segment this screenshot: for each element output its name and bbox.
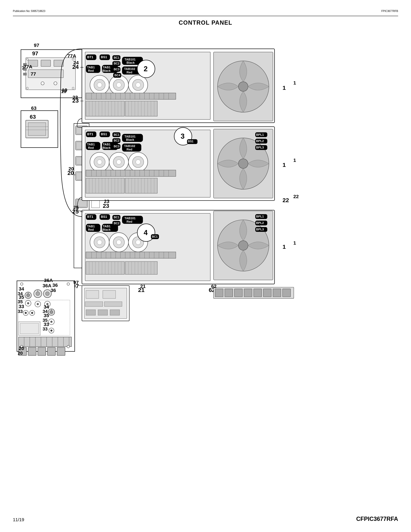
svg-rect-380 bbox=[38, 347, 46, 355]
svg-point-348 bbox=[27, 302, 29, 304]
svg-text:Black: Black bbox=[103, 69, 111, 72]
svg-text:BC1: BC1 bbox=[114, 133, 120, 136]
svg-text:BT1: BT1 bbox=[87, 55, 93, 59]
svg-point-58 bbox=[136, 83, 140, 87]
svg-point-16 bbox=[27, 87, 28, 89]
label-97-bot: 97 bbox=[73, 280, 79, 285]
svg-point-360 bbox=[50, 311, 53, 314]
label-20-bot: 20 bbox=[19, 346, 24, 351]
svg-text:BC1: BC1 bbox=[152, 235, 158, 238]
svg-text:BC2: BC2 bbox=[114, 139, 120, 142]
svg-rect-23 bbox=[28, 123, 46, 136]
svg-text:Red: Red bbox=[88, 228, 94, 231]
svg-text:Black: Black bbox=[126, 138, 134, 141]
footer-date: 11/19 bbox=[13, 517, 24, 522]
svg-point-109 bbox=[238, 82, 248, 91]
publication-info: Publication No: 5995718623 bbox=[13, 10, 45, 13]
svg-point-17 bbox=[72, 87, 74, 89]
svg-point-19 bbox=[54, 82, 57, 85]
label-77: 77 bbox=[31, 71, 36, 77]
label-1-mid: 1 bbox=[293, 158, 296, 163]
svg-text:BC3: BC3 bbox=[114, 68, 120, 71]
svg-text:BPL2: BPL2 bbox=[256, 139, 264, 143]
footer: 11/19 bbox=[13, 517, 24, 522]
svg-text:BS1: BS1 bbox=[188, 140, 193, 143]
label-35-top: 35 bbox=[19, 294, 24, 300]
svg-rect-332 bbox=[273, 289, 281, 297]
svg-text:TAB101: TAB101 bbox=[124, 135, 136, 138]
svg-point-52 bbox=[97, 83, 102, 87]
svg-text:BS1: BS1 bbox=[101, 55, 107, 59]
diagram-area: 97 77A 77A 77 19 bbox=[13, 31, 398, 515]
label-34-top: 34 bbox=[19, 286, 24, 292]
svg-point-165 bbox=[97, 160, 102, 164]
svg-point-298 bbox=[238, 241, 248, 250]
svg-point-345 bbox=[46, 292, 49, 296]
svg-rect-261 bbox=[86, 252, 176, 258]
svg-rect-382 bbox=[57, 347, 65, 355]
svg-text:BC2: BC2 bbox=[114, 62, 120, 65]
label-33-bot: 33 bbox=[44, 322, 49, 327]
svg-point-386 bbox=[67, 283, 70, 285]
svg-rect-134 bbox=[92, 200, 100, 208]
svg-text:BPL3: BPL3 bbox=[256, 228, 264, 231]
svg-rect-322 bbox=[110, 310, 120, 315]
svg-text:BC1: BC1 bbox=[114, 56, 120, 59]
svg-rect-172 bbox=[86, 170, 176, 177]
svg-text:BT1: BT1 bbox=[87, 215, 93, 218]
svg-rect-318 bbox=[85, 302, 103, 306]
svg-text:Red: Red bbox=[127, 220, 132, 223]
svg-text:BPL1: BPL1 bbox=[256, 133, 264, 136]
svg-point-254 bbox=[97, 240, 102, 245]
header: Publication No: 5995718623 FPIC3677RFB bbox=[13, 10, 398, 14]
svg-rect-329 bbox=[244, 289, 252, 297]
svg-point-55 bbox=[116, 83, 121, 87]
svg-point-350 bbox=[37, 303, 39, 305]
label-34-bot: 34 bbox=[44, 304, 49, 310]
svg-text:BC3: BC3 bbox=[114, 145, 120, 148]
svg-text:2: 2 bbox=[144, 65, 148, 73]
svg-text:TAB1: TAB1 bbox=[87, 225, 95, 228]
svg-rect-319 bbox=[104, 302, 122, 306]
svg-text:63: 63 bbox=[30, 114, 36, 120]
svg-point-257 bbox=[116, 240, 121, 245]
svg-rect-8 bbox=[41, 60, 51, 66]
svg-text:4: 4 bbox=[144, 228, 148, 237]
svg-text:BPL2: BPL2 bbox=[256, 221, 264, 225]
label-33-top: 33 bbox=[19, 304, 24, 309]
svg-rect-317 bbox=[103, 291, 116, 299]
label-25: 25 bbox=[73, 205, 79, 210]
svg-text:Red: Red bbox=[88, 146, 94, 150]
svg-text:Red: Red bbox=[88, 69, 94, 72]
svg-text:TAB1: TAB1 bbox=[87, 143, 95, 146]
label-35-bot: 35 bbox=[44, 313, 49, 318]
svg-text:BS1: BS1 bbox=[101, 215, 107, 218]
main-diagram: 97 77A 77A 77 19 bbox=[13, 31, 398, 515]
label-20: 20 bbox=[68, 166, 74, 171]
svg-text:BPL1: BPL1 bbox=[256, 215, 264, 218]
svg-point-18 bbox=[41, 82, 44, 85]
svg-text:BC1: BC1 bbox=[114, 216, 120, 219]
svg-point-355 bbox=[25, 312, 27, 314]
svg-text:TAB1: TAB1 bbox=[103, 143, 111, 146]
svg-text:BC2: BC2 bbox=[114, 222, 120, 225]
svg-text:TAB102: TAB102 bbox=[124, 144, 135, 148]
label-36: 36 bbox=[52, 283, 58, 288]
svg-rect-390 bbox=[20, 323, 39, 334]
model-code: FPIC3677RFB bbox=[381, 10, 398, 13]
header-divider bbox=[13, 16, 398, 16]
svg-point-367 bbox=[50, 330, 52, 332]
label-62: 62 bbox=[211, 284, 216, 289]
svg-point-14 bbox=[27, 58, 28, 60]
svg-text:97: 97 bbox=[32, 50, 38, 57]
label-19: 19 bbox=[62, 87, 67, 93]
svg-point-214 bbox=[238, 159, 248, 169]
svg-text:Black: Black bbox=[103, 228, 111, 231]
svg-text:TAB102: TAB102 bbox=[124, 67, 135, 71]
svg-text:Red: Red bbox=[127, 71, 132, 74]
label-24: 24 bbox=[73, 60, 79, 66]
svg-text:1: 1 bbox=[282, 85, 286, 91]
svg-text:BC4: BC4 bbox=[114, 74, 120, 77]
label-22: 22 bbox=[293, 194, 299, 199]
svg-rect-316 bbox=[86, 291, 99, 299]
